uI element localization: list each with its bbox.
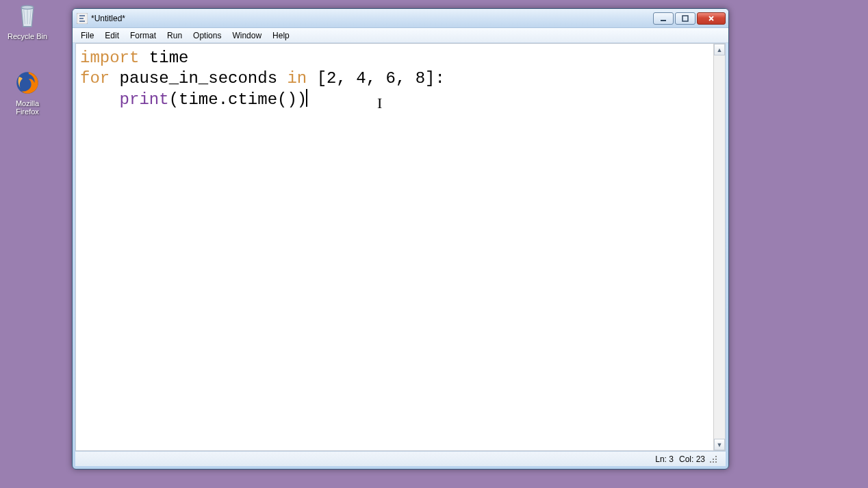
statusbar: Ln: 3 Col: 23 (75, 451, 726, 466)
recycle-bin-icon (13, 1, 42, 30)
menubar: File Edit Format Run Options Window Help (73, 28, 728, 43)
svg-point-0 (21, 5, 34, 9)
app-icon (77, 13, 88, 24)
keyword: import (80, 49, 139, 67)
menu-options[interactable]: Options (188, 29, 227, 42)
desktop-icon-label: Recycle Bin (8, 32, 47, 40)
scroll-track[interactable] (714, 55, 725, 439)
resize-grip-icon[interactable] (709, 455, 717, 463)
code-text: pause_in_seconds (110, 69, 287, 88)
idle-window: *Untitled* File Edit Format Run Options … (72, 8, 729, 470)
desktop-icon-recycle-bin[interactable]: Recycle Bin (3, 1, 51, 40)
menu-format[interactable]: Format (125, 29, 162, 42)
menu-file[interactable]: File (75, 29, 99, 42)
desktop-icon-label: Mozilla Firefox (3, 99, 51, 116)
code-text: [2, 4, 6, 8]: (307, 69, 445, 88)
window-title: *Untitled* (91, 14, 652, 23)
close-button[interactable] (697, 12, 726, 25)
menu-edit[interactable]: Edit (99, 29, 125, 42)
scroll-down-button[interactable]: ▼ (714, 439, 725, 450)
code-text: time (139, 49, 188, 67)
builtin: print (120, 90, 169, 109)
svg-rect-3 (661, 20, 666, 21)
minimize-button[interactable] (653, 12, 674, 25)
menu-help[interactable]: Help (267, 29, 295, 42)
code-text: (time.ctime()) (169, 90, 307, 109)
keyword: in (287, 69, 307, 88)
maximize-button[interactable] (675, 12, 695, 25)
text-cursor (306, 89, 307, 107)
scroll-up-button[interactable]: ▲ (714, 44, 725, 55)
titlebar[interactable]: *Untitled* (73, 9, 728, 28)
menu-window[interactable]: Window (227, 29, 267, 42)
svg-rect-4 (682, 16, 688, 21)
mouse-ibeam-icon: I (377, 93, 382, 114)
keyword: for (80, 69, 110, 88)
status-col: Col: 23 (679, 454, 705, 464)
window-controls (652, 12, 726, 25)
menu-run[interactable]: Run (162, 29, 188, 42)
vertical-scrollbar[interactable]: ▲ ▼ (713, 44, 725, 450)
code-editor[interactable]: import time for pause_in_seconds in [2, … (76, 44, 713, 450)
code-indent (80, 90, 120, 109)
desktop-icon-firefox[interactable]: Mozilla Firefox (3, 68, 51, 116)
firefox-icon (13, 68, 42, 97)
status-line: Ln: 3 (655, 454, 674, 464)
editor-area: import time for pause_in_seconds in [2, … (75, 43, 726, 451)
